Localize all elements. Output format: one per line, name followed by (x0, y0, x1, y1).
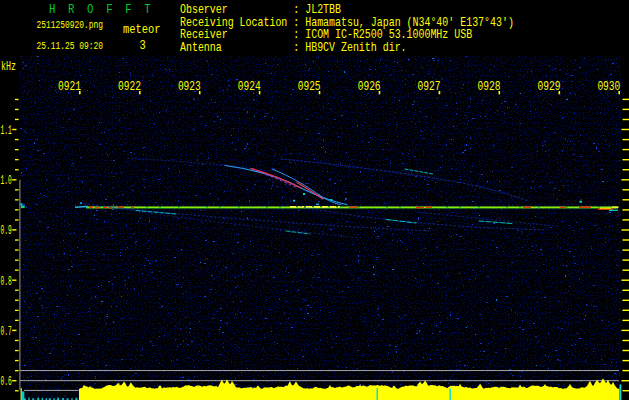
svg-text:0.6: 0.6 (1, 375, 12, 389)
svg-text:H R O F F T: H R O F F T (49, 2, 151, 17)
svg-text:0921: 0921 (58, 80, 81, 94)
svg-text:0.9: 0.9 (1, 224, 12, 238)
svg-text:25.11.25 09:20: 25.11.25 09:20 (37, 40, 103, 53)
svg-text:Antenna : HB9CV Zen: Antenna : HB9CV Zenith dir. (180, 40, 407, 55)
svg-text:1.1: 1.1 (1, 124, 12, 138)
svg-text:0.8: 0.8 (1, 274, 12, 288)
svg-text:0.7: 0.7 (1, 325, 12, 339)
svg-text:3: 3 (140, 38, 146, 52)
svg-text:0922: 0922 (118, 80, 141, 94)
svg-text:0923: 0923 (178, 80, 201, 94)
svg-text:0925: 0925 (298, 80, 321, 94)
svg-text:1.0: 1.0 (1, 174, 12, 188)
svg-text:0930: 0930 (597, 80, 620, 94)
svg-text:0926: 0926 (358, 80, 381, 94)
svg-text:2511250920.png: 2511250920.png (37, 18, 103, 31)
svg-text:meteor: meteor (123, 22, 161, 36)
svg-text:0928: 0928 (477, 80, 500, 94)
svg-text:0929: 0929 (537, 80, 560, 94)
svg-text:0924: 0924 (238, 80, 261, 94)
svg-text:kHz: kHz (1, 60, 16, 74)
svg-text:0927: 0927 (418, 80, 441, 94)
